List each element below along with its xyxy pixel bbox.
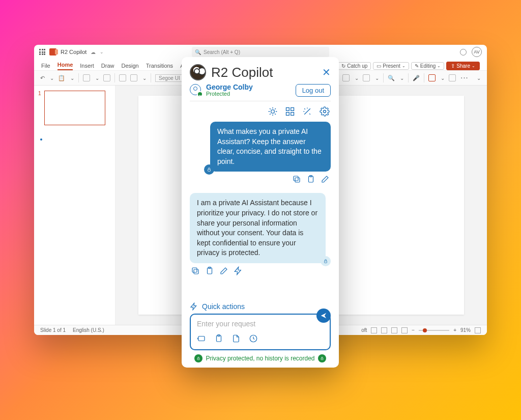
catchup-button[interactable]: ↻ Catch up	[338, 62, 371, 70]
settings-icon[interactable]	[460, 49, 467, 55]
fit-view-button[interactable]	[475, 327, 481, 333]
status-right-text: oft	[361, 327, 367, 333]
undo-button[interactable]: ↶	[40, 75, 45, 81]
copy-button[interactable]	[292, 175, 301, 186]
present-button[interactable]: ▭ Present ⌄	[373, 62, 409, 70]
svg-rect-6	[208, 170, 211, 172]
tab-file[interactable]: File	[41, 63, 50, 70]
powerpoint-logo-icon	[49, 48, 56, 55]
present-icon: ▭	[377, 63, 381, 69]
chevron-down-icon: ⌄	[402, 64, 406, 68]
slide-thumbnail-pane: 1	[34, 86, 115, 325]
quick-actions-row[interactable]: Quick actions	[190, 302, 331, 311]
editing-button[interactable]: ✎ Editing ⌄	[411, 62, 445, 70]
send-button[interactable]	[316, 309, 331, 323]
privacy-footer: Privacy protected, no history is recorde…	[190, 354, 331, 362]
clipboard-button[interactable]	[205, 266, 214, 277]
reset-button[interactable]	[119, 74, 126, 81]
bot-msg-actions	[191, 266, 330, 277]
close-button[interactable]: ✕	[322, 66, 331, 78]
svg-rect-3	[286, 113, 290, 116]
sorter-view-button[interactable]	[381, 327, 387, 333]
search-icon: 🔍	[195, 49, 201, 55]
lock-icon	[204, 164, 214, 175]
tab-design[interactable]: Design	[121, 63, 138, 70]
copilot-title: R2 Copilot	[211, 65, 273, 80]
thumb-indicator-icon	[40, 138, 42, 141]
edit-button[interactable]	[321, 175, 330, 186]
zoom-level[interactable]: 91%	[460, 327, 471, 333]
chevron-down-icon: ⌄	[472, 64, 475, 68]
svg-rect-13	[192, 268, 197, 272]
privacy-footer-text: Privacy protected, no history is recorde…	[206, 355, 314, 362]
new-slide-button[interactable]	[83, 74, 90, 81]
share-icon: ⇪	[451, 63, 455, 69]
slideshow-view-button[interactable]	[401, 327, 408, 333]
present-label: Present	[383, 63, 400, 69]
svg-rect-2	[291, 108, 294, 111]
dictate-icon[interactable]: 🎤	[413, 75, 420, 81]
attach-slide-button[interactable]	[197, 334, 206, 345]
layout-button[interactable]	[103, 74, 110, 81]
paste-button[interactable]: 📋	[58, 75, 65, 81]
regenerate-button[interactable]	[234, 266, 243, 277]
magic-wand-icon[interactable]	[302, 106, 312, 119]
logout-button[interactable]: Log out	[296, 84, 331, 97]
search-placeholder: Search (Alt + Q)	[204, 49, 240, 55]
svg-rect-20	[197, 358, 199, 360]
share-label: Share	[456, 63, 470, 69]
slide-thumbnail[interactable]	[44, 91, 105, 125]
theme-icon[interactable]	[268, 106, 278, 119]
title-chevron-icon[interactable]: ⌄	[100, 49, 104, 54]
attach-clipboard-button[interactable]	[214, 334, 223, 345]
arrange-button[interactable]	[363, 74, 370, 81]
reading-view-button[interactable]	[391, 327, 397, 333]
zoom-out-button[interactable]: −	[412, 327, 415, 333]
clipboard-button[interactable]	[306, 175, 315, 186]
svg-rect-12	[194, 269, 198, 274]
quick-actions-label: Quick actions	[202, 302, 245, 311]
copilot-panel: R2 Copilot ✕ George Colby Protected Log …	[182, 57, 339, 368]
ribbon-collapse-button[interactable]: ⌄	[477, 75, 481, 81]
tab-insert[interactable]: Insert	[80, 63, 94, 70]
tab-home[interactable]: Home	[57, 62, 73, 70]
user-status: Protected	[206, 91, 253, 97]
zoom-slider[interactable]	[419, 330, 449, 331]
cloud-save-icon[interactable]: ☁	[91, 49, 96, 55]
find-button[interactable]: 🔍	[388, 75, 395, 81]
account-avatar[interactable]: AV	[472, 47, 482, 57]
app-launcher-icon[interactable]	[39, 49, 45, 55]
bolt-icon	[190, 302, 198, 311]
normal-view-button[interactable]	[371, 327, 377, 333]
settings-gear-icon[interactable]	[320, 106, 330, 119]
search-input[interactable]: 🔍 Search (Alt + Q)	[192, 47, 329, 57]
user-message: What makes you a private AI Assistant? K…	[210, 122, 331, 172]
edit-button[interactable]	[219, 266, 228, 277]
share-button[interactable]: ⇪ Share ⌄	[446, 62, 480, 70]
addin-button[interactable]	[449, 74, 456, 81]
copy-button[interactable]	[191, 266, 200, 277]
designer-button[interactable]	[428, 74, 436, 81]
ribbon-overflow-button[interactable]: ···	[461, 75, 469, 81]
section-button[interactable]	[130, 74, 137, 81]
tab-draw[interactable]: Draw	[101, 63, 114, 70]
language[interactable]: English (U.S.)	[73, 327, 104, 333]
pencil-icon: ✎	[415, 63, 419, 69]
user-msg-actions	[191, 175, 330, 186]
tab-transitions[interactable]: Transitions	[146, 63, 173, 70]
document-title: R2 Copilot	[61, 49, 86, 55]
font-name-select[interactable]: Segoe UI	[155, 74, 186, 82]
copilot-user-row: George Colby Protected Log out	[190, 83, 331, 101]
apps-grid-icon[interactable]	[285, 106, 295, 119]
chat-input[interactable]: Enter your request	[190, 314, 331, 350]
bot-message-text: I am a private AI Assistant because I pr…	[197, 199, 317, 257]
zoom-in-button[interactable]: +	[453, 327, 456, 333]
shapes-button[interactable]	[342, 74, 350, 81]
message-area: What makes you a private AI Assistant? K…	[190, 122, 331, 298]
svg-rect-11	[325, 261, 327, 263]
attach-file-button[interactable]	[231, 334, 241, 345]
user-message-text: What makes you a private AI Assistant? K…	[217, 127, 322, 165]
history-button[interactable]	[249, 334, 258, 345]
bot-message: I am a private AI Assistant because I pr…	[190, 193, 326, 263]
svg-rect-21	[321, 358, 323, 360]
